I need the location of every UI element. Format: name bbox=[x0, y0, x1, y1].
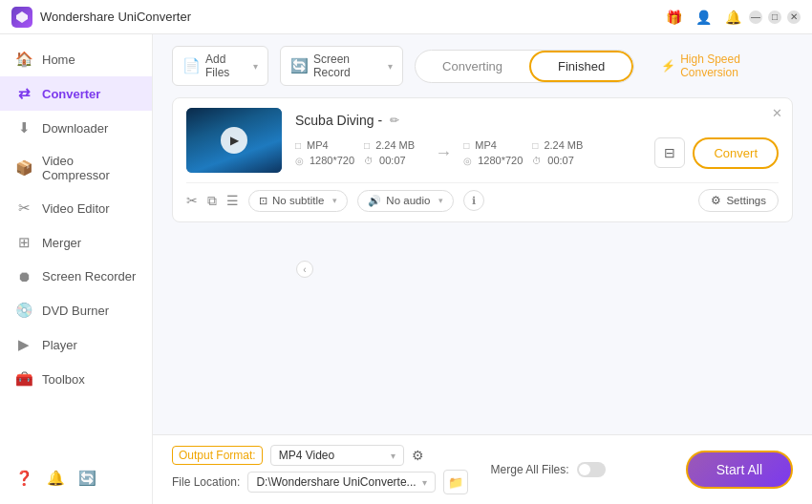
output-format-row: Output Format: MP4 Video ▾ ⚙ bbox=[172, 445, 468, 466]
output-format-select[interactable]: MP4 Video ▾ bbox=[270, 445, 404, 466]
source-size: 2.24 MB bbox=[375, 139, 415, 151]
output-format-section: Output Format: MP4 Video ▾ ⚙ File Locati… bbox=[172, 445, 468, 494]
file-info: Scuba Diving - ✏ □ MP4 □ bbox=[295, 113, 779, 169]
merge-files-toggle[interactable] bbox=[577, 462, 606, 477]
source-format-row: □ MP4 bbox=[295, 139, 354, 151]
sidebar-item-player[interactable]: ▶ Player bbox=[0, 327, 152, 362]
dest-duration-icon: ⏱ bbox=[532, 156, 542, 166]
duration-icon: ⏱ bbox=[364, 156, 374, 166]
notification-icon[interactable]: 🔔 bbox=[47, 470, 65, 487]
convert-button[interactable]: Convert bbox=[693, 137, 779, 169]
start-all-button[interactable]: Start All bbox=[686, 451, 793, 489]
subtitle-label: No subtitle bbox=[272, 195, 324, 206]
menu-icon[interactable]: ☰ bbox=[226, 193, 239, 208]
play-button[interactable]: ▶ bbox=[221, 127, 247, 154]
action-icons: ✂ ⧉ ☰ bbox=[186, 193, 239, 209]
player-icon: ▶ bbox=[15, 336, 32, 353]
dest-duration-row: ⏱ 00:07 bbox=[532, 155, 591, 166]
sidebar-item-video-compressor[interactable]: 📦 Video Compressor bbox=[0, 145, 152, 191]
output-settings-icon[interactable]: ⚙ bbox=[412, 448, 424, 463]
audio-icon: 🔊 bbox=[368, 195, 381, 207]
file-location-select[interactable]: D:\Wondershare UniConverte... ▾ bbox=[247, 472, 435, 493]
close-button[interactable]: ✕ bbox=[787, 10, 801, 24]
minimize-button[interactable]: — bbox=[749, 10, 762, 24]
user-icon[interactable]: 👤 bbox=[695, 10, 712, 25]
help-icon[interactable]: ❓ bbox=[15, 470, 33, 487]
file-location-value: D:\Wondershare UniConverte... bbox=[256, 475, 416, 489]
high-speed-icon: ⚡ bbox=[661, 59, 675, 73]
settings-label: Settings bbox=[726, 195, 766, 206]
cut-icon[interactable]: ✂ bbox=[186, 193, 198, 208]
output-action: ⊟ Convert bbox=[654, 137, 779, 169]
maximize-button[interactable]: □ bbox=[768, 10, 781, 24]
dest-resolution-icon: ◎ bbox=[463, 156, 472, 166]
high-speed-conversion[interactable]: ⚡ High Speed Conversion bbox=[661, 52, 793, 79]
sidebar-item-home[interactable]: 🏠 Home bbox=[0, 42, 152, 76]
sidebar-item-downloader[interactable]: ⬇ Downloader bbox=[0, 111, 152, 145]
dest-format-row: □ MP4 bbox=[463, 139, 523, 151]
subtitle-select[interactable]: ⊡ No subtitle ▾ bbox=[248, 190, 348, 212]
output-format-dropdown-icon: ▾ bbox=[391, 451, 395, 461]
top-toolbar: 📄 Add Files ▾ 🔄 Screen Record ▾ Converti… bbox=[153, 34, 812, 97]
main-layout: 🏠 Home ⇄ Converter ⬇ Downloader 📦 Video … bbox=[0, 34, 812, 504]
info-button[interactable]: ℹ bbox=[463, 190, 484, 211]
audio-dropdown-icon: ▾ bbox=[438, 196, 443, 205]
gift-icon[interactable]: 🎁 bbox=[666, 10, 682, 25]
dest-size-icon: □ bbox=[532, 140, 538, 151]
home-icon: 🏠 bbox=[15, 51, 32, 68]
sidebar-item-label: Video Editor bbox=[42, 201, 110, 216]
sidebar-item-label: Player bbox=[42, 338, 77, 352]
location-folder-button[interactable]: 📁 bbox=[443, 470, 468, 494]
sidebar-item-label: Downloader bbox=[42, 121, 108, 136]
sidebar-collapse-button[interactable]: ‹ bbox=[296, 261, 313, 278]
sidebar-item-converter[interactable]: ⇄ Converter bbox=[0, 76, 152, 111]
sidebar-item-merger[interactable]: ⊞ Merger bbox=[0, 225, 152, 260]
dest-duration: 00:07 bbox=[547, 155, 574, 166]
edit-title-icon[interactable]: ✏ bbox=[390, 114, 399, 127]
bottom-bar: Output Format: MP4 Video ▾ ⚙ File Locati… bbox=[153, 434, 812, 504]
audio-select[interactable]: 🔊 No audio ▾ bbox=[357, 190, 454, 212]
file-card-header: ▶ Scuba Diving - ✏ □ bbox=[186, 108, 779, 173]
sidebar-item-label: Converter bbox=[42, 87, 100, 101]
output-format-label: Output Format: bbox=[172, 446, 263, 465]
titlebar: Wondershare UniConverter 🎁 👤 🔔 — □ ✕ bbox=[0, 0, 812, 34]
file-thumbnail: ▶ bbox=[186, 108, 282, 173]
output-format-value: MP4 Video bbox=[279, 449, 334, 462]
format-icon: □ bbox=[295, 140, 301, 151]
sidebar: 🏠 Home ⇄ Converter ⬇ Downloader 📦 Video … bbox=[0, 34, 153, 504]
size-icon: □ bbox=[364, 140, 370, 151]
screen-record-button[interactable]: 🔄 Screen Record ▾ bbox=[280, 46, 403, 86]
source-resolution: 1280*720 bbox=[310, 155, 354, 166]
file-title: Scuba Diving - bbox=[295, 113, 382, 128]
tab-converting[interactable]: Converting bbox=[416, 51, 529, 82]
add-files-icon: 📄 bbox=[182, 57, 201, 74]
recorder-icon: ⏺ bbox=[15, 268, 32, 284]
dest-format-icon: □ bbox=[463, 140, 469, 151]
add-files-button[interactable]: 📄 Add Files ▾ bbox=[172, 46, 268, 86]
sidebar-item-dvd-burner[interactable]: 💿 DVD Burner bbox=[0, 293, 152, 327]
app-title: Wondershare UniConverter bbox=[40, 10, 666, 24]
copy-icon[interactable]: ⧉ bbox=[207, 193, 217, 209]
tab-finished[interactable]: Finished bbox=[529, 51, 633, 82]
bell-icon[interactable]: 🔔 bbox=[725, 10, 741, 25]
sidebar-item-label: DVD Burner bbox=[42, 304, 109, 318]
file-card-bottom: ✂ ⧉ ☰ ⊡ No subtitle ▾ 🔊 No audio ▾ ℹ bbox=[186, 182, 779, 212]
close-card-button[interactable]: ✕ bbox=[772, 106, 782, 120]
tab-switcher-container: Converting Finished bbox=[415, 50, 634, 83]
file-location-row: File Location: D:\Wondershare UniConvert… bbox=[172, 470, 468, 494]
refresh-icon[interactable]: 🔄 bbox=[78, 470, 96, 487]
sidebar-item-toolbox[interactable]: 🧰 Toolbox bbox=[0, 362, 152, 396]
file-list: ✕ ▶ Scuba Diving - ✏ bbox=[153, 97, 812, 434]
sidebar-item-label: Home bbox=[42, 52, 75, 67]
output-options-button[interactable]: ⊟ bbox=[654, 137, 685, 168]
arrow-right-icon: → bbox=[427, 143, 459, 163]
sidebar-item-video-editor[interactable]: ✂ Video Editor bbox=[0, 191, 152, 225]
subtitle-dropdown-icon: ▾ bbox=[332, 196, 337, 205]
sidebar-item-screen-recorder[interactable]: ⏺ Screen Recorder bbox=[0, 260, 152, 293]
subtitle-icon: ⊡ bbox=[259, 195, 267, 207]
compressor-icon: 📦 bbox=[15, 159, 32, 177]
screen-record-icon: 🔄 bbox=[290, 57, 309, 74]
settings-button[interactable]: ⚙ Settings bbox=[698, 189, 779, 212]
source-format: MP4 bbox=[307, 139, 329, 151]
dest-size: 2.24 MB bbox=[544, 139, 583, 151]
